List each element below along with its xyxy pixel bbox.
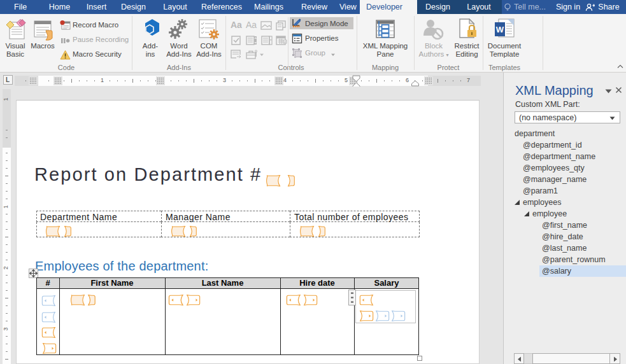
svg-text:W: W xyxy=(496,25,504,34)
